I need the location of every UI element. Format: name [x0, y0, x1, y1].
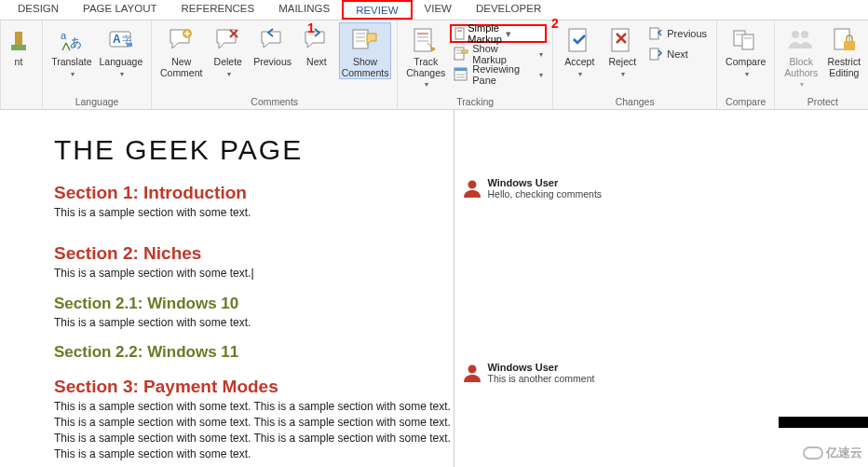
show-markup-label: Show Markup	[472, 43, 534, 65]
reviewing-pane-label: Reviewing Pane	[472, 63, 534, 86]
show-markup-button[interactable]: Show Markup▾	[450, 45, 547, 63]
accept-button[interactable]: Accept ▾	[559, 22, 600, 79]
track-changes-button[interactable]: Track Changes ▾	[403, 22, 448, 90]
accept-icon	[564, 26, 594, 56]
document-canvas[interactable]: THE GEEK PAGE Section 1: Introduction Th…	[0, 110, 454, 467]
svg-rect-7	[127, 43, 132, 47]
group-label-language: Language	[48, 95, 145, 108]
markup-display-dropdown[interactable]: Simple Markup ▾	[450, 24, 547, 43]
compare-label: Compare	[726, 56, 766, 67]
new-comment-icon	[167, 26, 197, 56]
tab-developer[interactable]: DEVELOPER	[464, 0, 553, 20]
block-authors-button[interactable]: Block Authors ▾	[780, 22, 821, 90]
previous-comment-button[interactable]: Previous	[251, 22, 294, 69]
svg-point-35	[792, 31, 799, 38]
reject-label: Reject	[608, 56, 636, 67]
comment-item[interactable]: Windows User Hello, checking comments	[462, 177, 861, 199]
svg-text:a: a	[61, 30, 67, 41]
group-label-compare: Compare	[723, 95, 768, 108]
delete-comment-icon	[213, 26, 243, 56]
group-label-protect: Protect	[780, 95, 864, 108]
svg-rect-17	[455, 28, 464, 39]
restrict-editing-button[interactable]: Restrict Editing	[823, 22, 864, 79]
tab-page-layout[interactable]: PAGE LAYOUT	[71, 0, 169, 20]
previous-change-button[interactable]: Previous	[644, 24, 711, 43]
next-comment-button[interactable]: Next	[296, 22, 337, 69]
language-label: Language	[100, 56, 143, 67]
translate-label: Translate	[51, 56, 91, 67]
text-section21: This is a sample section with some text.	[54, 315, 454, 331]
tab-design[interactable]: DESIGN	[6, 0, 71, 20]
watermark-text: 亿速云	[826, 445, 862, 461]
compare-button[interactable]: Compare ▾	[723, 22, 768, 79]
translate-button[interactable]: aあ Translate ▾	[48, 22, 95, 79]
comment-text: This is another comment	[488, 373, 595, 384]
cloud-icon	[803, 446, 823, 460]
restrict-editing-icon	[829, 26, 859, 56]
tab-view[interactable]: VIEW	[413, 0, 464, 20]
svg-rect-9	[353, 30, 368, 48]
text-section2: This is a sample section with some text.	[54, 266, 454, 282]
tab-mailings[interactable]: MAILINGS	[266, 0, 342, 20]
stamp-icon	[4, 26, 34, 56]
next-comment-icon	[302, 26, 332, 56]
svg-rect-38	[844, 41, 855, 50]
heading-section3: Section 3: Payment Modes	[54, 377, 454, 397]
delete-comment-button[interactable]: Delete ▾	[207, 22, 249, 79]
tab-review[interactable]: REVIEW	[342, 0, 412, 20]
markup-selected-label: Simple Markup	[468, 22, 504, 45]
svg-rect-1	[15, 32, 22, 45]
translate-icon: aあ	[57, 26, 87, 56]
ribbon: nt aあ Translate ▾ A字 Language ▾ Language	[0, 21, 868, 110]
reviewing-pane-button[interactable]: Reviewing Pane▾	[450, 65, 547, 84]
avatar-icon	[462, 177, 482, 198]
heading-section22: Section 2.2: Windows 11	[54, 343, 454, 362]
language-button[interactable]: A字 Language ▾	[97, 22, 145, 79]
comment-text: Hello, checking comments	[488, 188, 603, 199]
previous-comment-icon	[258, 26, 288, 56]
content-area: THE GEEK PAGE Section 1: Introduction Th…	[0, 110, 868, 467]
heading-section1: Section 1: Introduction	[54, 183, 454, 203]
reject-icon	[607, 26, 637, 56]
svg-point-36	[801, 31, 808, 38]
markup-icon	[454, 27, 468, 40]
text-section1: This is a sample section with some text.	[54, 205, 454, 221]
comment-item[interactable]: Windows User This is another comment	[462, 362, 861, 384]
previous-change-label: Previous	[667, 28, 707, 39]
heading-section21: Section 2.1: Windows 10	[54, 295, 454, 313]
next-comment-label: Next	[306, 57, 327, 68]
svg-rect-13	[414, 29, 431, 51]
group-label-tracking: Tracking	[403, 95, 547, 108]
comment-author: Windows User	[488, 362, 595, 373]
avatar-icon	[462, 362, 482, 382]
compare-icon	[731, 26, 761, 56]
clipped-button[interactable]: nt	[1, 22, 36, 69]
group-label-changes: Changes	[559, 95, 711, 108]
group-label-comments: Comments	[157, 95, 391, 108]
svg-rect-0	[11, 45, 26, 50]
next-change-label: Next	[667, 48, 688, 60]
redaction-bar	[779, 417, 868, 428]
svg-rect-29	[650, 28, 658, 39]
show-comments-label: Show Comments	[342, 57, 389, 78]
show-markup-icon	[454, 47, 468, 62]
accept-label: Accept	[564, 56, 594, 67]
new-comment-button[interactable]: New Comment	[157, 22, 205, 79]
reject-button[interactable]: Reject ▾	[602, 22, 643, 79]
comments-pane: Windows User Hello, checking comments Wi…	[454, 110, 869, 467]
language-icon: A字	[106, 26, 136, 56]
watermark: 亿速云	[803, 445, 862, 461]
block-authors-label: Block Authors	[784, 56, 818, 78]
heading-section2: Section 2: Niches	[54, 243, 454, 264]
restrict-editing-label: Restrict Editing	[827, 57, 861, 78]
svg-text:A: A	[113, 33, 121, 46]
tab-references[interactable]: REFERENCES	[170, 0, 267, 20]
show-comments-button[interactable]: Show Comments	[339, 22, 391, 79]
show-comments-icon	[350, 26, 380, 56]
svg-text:あ: あ	[70, 35, 82, 49]
next-change-button[interactable]: Next	[644, 45, 711, 63]
svg-point-42	[468, 365, 476, 374]
previous-comment-label: Previous	[253, 57, 292, 68]
svg-rect-24	[454, 68, 467, 71]
reviewing-pane-icon	[454, 67, 468, 82]
